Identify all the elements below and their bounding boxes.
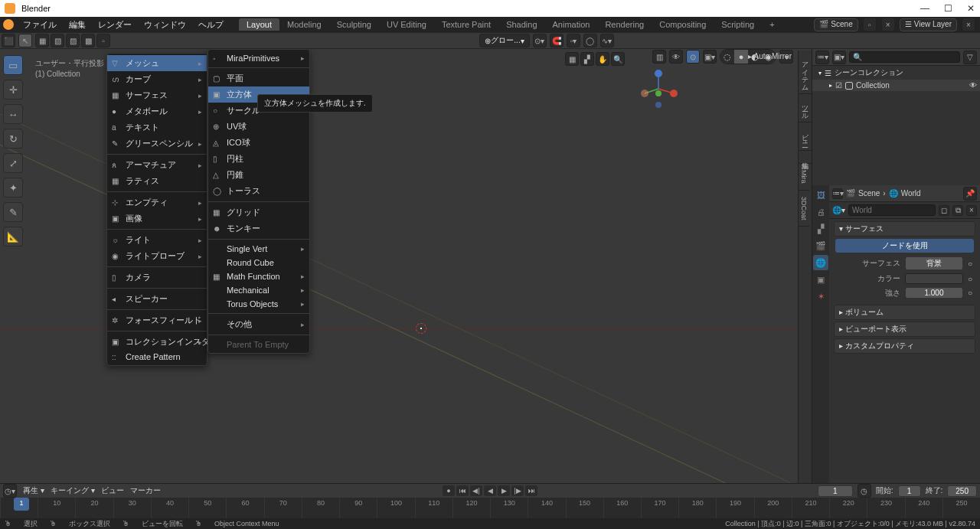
mesh-ICO球[interactable]: ◬ICO球: [208, 135, 309, 151]
mesh-Mechanical[interactable]: Mechanical▸: [208, 283, 309, 297]
tl-menu-view[interactable]: ビュー: [101, 485, 124, 496]
add-メタボール[interactable]: ●メタボール▸: [107, 103, 207, 119]
mesh-Torus Objects[interactable]: Torus Objects▸: [208, 297, 309, 311]
tl-menu-marker[interactable]: マーカー: [130, 485, 161, 496]
timeline-ruler[interactable]: 1 11020304050607080901001101201301401501…: [0, 498, 980, 519]
end-frame[interactable]: 250: [947, 485, 977, 497]
scale-tool[interactable]: ⤢: [3, 153, 23, 173]
pivot-icon[interactable]: ⊙▾: [533, 34, 547, 47]
outliner-search[interactable]: 🔍: [849, 51, 960, 63]
close-button[interactable]: ✕: [966, 3, 975, 14]
mesh-円柱[interactable]: ▯円柱: [208, 151, 309, 167]
shading-wire-icon[interactable]: ◌: [720, 50, 734, 64]
link-icon[interactable]: ○: [968, 289, 972, 297]
world-copy-icon[interactable]: ⧉: [952, 205, 963, 216]
quadview-icon[interactable]: ▞: [580, 52, 594, 66]
mesh-Math Function[interactable]: ▦Math Function▸: [208, 269, 309, 283]
scene-del-button[interactable]: ×: [881, 18, 895, 31]
add-カーブ[interactable]: ഗカーブ▸: [107, 71, 207, 87]
ptab-scene[interactable]: 🎬: [813, 238, 828, 253]
tab-compositing[interactable]: Compositing: [652, 18, 714, 31]
ptab-viewlayer[interactable]: ▞: [813, 221, 828, 237]
selectability-icon[interactable]: ▥: [652, 50, 666, 64]
crumb-scene[interactable]: Scene: [858, 189, 880, 198]
shading-solid-icon[interactable]: ●: [734, 50, 748, 64]
add-ラティス[interactable]: ▦ラティス: [107, 173, 207, 189]
ntab-mira[interactable]: Mira: [799, 164, 809, 191]
viewlayer-del-button[interactable]: ×: [962, 18, 975, 31]
panel-surface[interactable]: ▾ サーフェス: [834, 221, 975, 237]
autokey-icon[interactable]: ●: [443, 485, 455, 496]
tab-modeling[interactable]: Modeling: [279, 18, 329, 31]
select-box-tool[interactable]: ▭: [3, 55, 23, 75]
cursor-tool[interactable]: ✛: [3, 80, 23, 100]
snap-i-icon[interactable]: ▩: [81, 34, 95, 47]
mesh-Parent To Empty[interactable]: Parent To Empty: [208, 338, 309, 351]
ptab-render[interactable]: 🖼: [813, 188, 828, 203]
add-カメラ[interactable]: ▯カメラ: [107, 269, 207, 286]
outliner-display-icon[interactable]: ▣▾: [832, 51, 846, 64]
add-メッシュ[interactable]: ▽メッシュ▸: [107, 55, 207, 71]
add-テキスト[interactable]: aテキスト: [107, 119, 207, 136]
play-rev-icon[interactable]: ◀: [484, 485, 496, 496]
val-strength[interactable]: 1.000: [905, 287, 963, 299]
snap-v-icon[interactable]: ▦: [35, 34, 49, 47]
menu-window[interactable]: ウィンドウ: [138, 17, 192, 32]
outliner-filter-icon[interactable]: ▽: [963, 51, 977, 64]
use-nodes-button[interactable]: ノードを使用: [835, 239, 974, 253]
add-コレクションインスタンス[interactable]: ▣コレクションインスタンス▸: [107, 334, 207, 350]
gizmo-toggle-icon[interactable]: 👁: [669, 50, 683, 64]
color-swatch[interactable]: [905, 273, 963, 284]
menu-file[interactable]: ファイル: [17, 17, 63, 32]
mesh-Round Cube[interactable]: Round Cube: [208, 256, 309, 269]
mesh-MiraPrimitives[interactable]: ◦MiraPrimitives▸: [208, 51, 309, 65]
maximize-button[interactable]: ☐: [943, 3, 952, 14]
measure-tool[interactable]: 📐: [3, 227, 23, 247]
ntab-item[interactable]: アイテム: [799, 51, 812, 94]
orientation-dropdown[interactable]: ⊕ グロー...▾: [479, 34, 529, 47]
overlays-icon[interactable]: ⊙: [686, 50, 700, 64]
menu-edit[interactable]: 編集: [63, 17, 92, 32]
world-new-icon[interactable]: ◻: [939, 205, 949, 216]
tab-texturepaint[interactable]: Texture Paint: [434, 18, 498, 31]
val-surface[interactable]: 背景: [905, 256, 963, 270]
axis-gizmo[interactable]: [635, 66, 681, 112]
ntab-3dcoat[interactable]: 3DCoat: [799, 191, 809, 227]
jump-end-icon[interactable]: ⏭: [525, 485, 537, 496]
mesh-モンキー[interactable]: ☻モンキー: [208, 220, 309, 237]
tl-menu-keying[interactable]: キーイング ▾: [51, 485, 95, 496]
snap-toggle-icon[interactable]: 🧲: [550, 34, 564, 47]
link-icon[interactable]: ○: [968, 275, 972, 283]
add-グリースペンシル[interactable]: ✎グリースペンシル▸: [107, 136, 207, 152]
tab-sculpting[interactable]: Sculpting: [329, 18, 379, 31]
start-frame[interactable]: 1: [898, 485, 921, 497]
viewlayer-picker[interactable]: ☰View Layer: [900, 18, 957, 31]
add-エンプティ[interactable]: ⊹エンプティ▸: [107, 194, 207, 211]
outliner-scene-collection[interactable]: ▾ ☰ シーンコレクション: [812, 66, 980, 80]
tab-add[interactable]: +: [762, 18, 782, 31]
ntab-edit[interactable]: 編集: [799, 151, 812, 164]
mesh-平面[interactable]: ▢平面: [208, 70, 309, 87]
panel-custom-props[interactable]: ▸ カスタムプロパティ: [834, 338, 975, 354]
mesh-グリッド[interactable]: ▦グリッド: [208, 204, 309, 220]
zoom-icon[interactable]: 🔍: [611, 52, 625, 66]
scene-new-button[interactable]: ▫: [863, 18, 877, 31]
cursor-tool-icon[interactable]: ↖: [18, 34, 32, 47]
ntab-view[interactable]: ビュー: [799, 122, 812, 151]
mesh-トーラス[interactable]: ◯トーラス: [208, 183, 309, 199]
jump-start-icon[interactable]: ⏮: [456, 485, 469, 496]
visibility-toggle[interactable]: 👁: [969, 81, 977, 90]
add-スピーカー[interactable]: ◂スピーカー: [107, 291, 207, 307]
menu-help[interactable]: ヘルプ: [192, 17, 230, 32]
grid-icon[interactable]: ▦: [565, 52, 579, 66]
tab-uvediting[interactable]: UV Editing: [379, 18, 434, 31]
add-ライト[interactable]: ☼ライト▸: [107, 232, 207, 248]
tab-animation[interactable]: Animation: [545, 18, 598, 31]
menu-render[interactable]: レンダー: [92, 17, 138, 32]
minimize-button[interactable]: —: [920, 3, 929, 14]
outliner-collection[interactable]: ▸ ☑ Collection 👁: [812, 80, 980, 91]
panel-viewport-display[interactable]: ▸ ビューポート表示: [834, 322, 975, 337]
crumb-world[interactable]: World: [901, 189, 921, 198]
add-ライトプローブ[interactable]: ◉ライトプローブ▸: [107, 248, 207, 264]
snap-f-icon[interactable]: ▨: [66, 34, 80, 47]
